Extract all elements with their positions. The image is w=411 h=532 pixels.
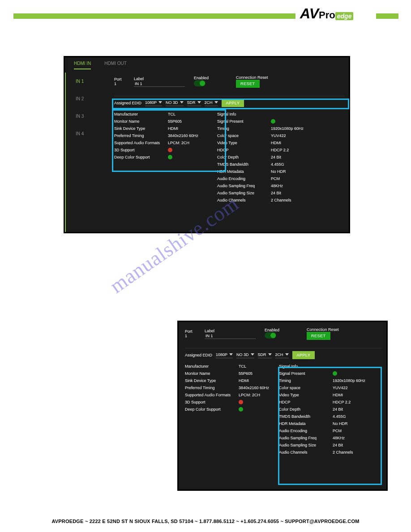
info-row: Audio Sampling Size24 Bit (217, 189, 334, 197)
info-key: Audio Encoding (279, 429, 333, 433)
apply-button[interactable]: APPLY (222, 99, 244, 107)
enabled-label: Enabled (194, 76, 230, 80)
edid-3d-dropdown[interactable]: NO 3D (236, 352, 254, 358)
info-key: TMDS Bandwidth (279, 414, 333, 419)
info-row: Sink Device TypeHDMI (114, 125, 213, 132)
info-value: 48KHz (271, 184, 283, 188)
info-key: Timing (217, 126, 271, 131)
sidebar-in3[interactable]: IN 3 (66, 107, 111, 125)
info-key: Color space (279, 386, 333, 390)
label-label: Label (205, 329, 258, 333)
caret-down-icon (214, 101, 218, 103)
connection-reset-label: Connection Reset (307, 327, 369, 332)
caret-down-icon (180, 101, 184, 103)
info-key: HDR Metadata (279, 421, 333, 426)
info-row: Color Depth24 Bit (279, 406, 377, 413)
info-row: Audio Channels2 Channels (279, 449, 377, 456)
info-value: HDMI (168, 126, 178, 131)
brand-logo: AVProedge (300, 5, 374, 24)
reset-button[interactable]: RESET (236, 80, 260, 88)
info-key: Audio Channels (279, 450, 333, 455)
info-row: Deep Color Support (114, 154, 213, 161)
info-row: Audio Sampling Size24 Bit (279, 442, 377, 449)
assigned-edid-label: Assigned EDID (114, 101, 141, 105)
info-key: Deep Color Support (114, 155, 168, 159)
status-dot-icon (239, 407, 243, 412)
sidebar-in2[interactable]: IN 2 (66, 90, 111, 107)
info-value: YUV422 (271, 133, 286, 138)
caret-down-icon (197, 101, 201, 103)
info-value: HDMI (333, 393, 343, 397)
info-row: Deep Color Support (185, 406, 274, 413)
info-key: Audio Sampling Freq (279, 436, 333, 440)
edid-hdr-dropdown[interactable]: SDR (258, 352, 272, 358)
tab-bar: HDMI IN HDMI OUT (65, 57, 349, 69)
edid-row: Assigned EDID 1080P NO 3D SDR 2CH APPLY (114, 96, 344, 107)
label-label: Label (134, 77, 188, 81)
info-row: HDR MetadataNo HDR (279, 420, 377, 427)
enabled-toggle[interactable] (194, 80, 206, 86)
edid-resolution-dropdown[interactable]: 1080P (145, 100, 162, 106)
info-value: 24 Bit (271, 191, 281, 195)
info-value: 1920x1080p 60Hz (333, 378, 365, 383)
edid-resolution-dropdown[interactable]: 1080P (216, 352, 233, 358)
port-header-row: Port1 Label Enabled Connection ResetRESE… (185, 327, 382, 340)
info-key: Video Type (217, 141, 271, 145)
info-value: 48KHz (333, 436, 345, 440)
info-value: HDCP 2.2 (333, 400, 351, 404)
header-accent-bar (13, 13, 295, 19)
logo-av: AV (300, 5, 319, 21)
info-value: No HDR (333, 421, 348, 426)
info-key: Supported Audio Formats (114, 141, 168, 145)
logo-pro: Pro (319, 9, 335, 21)
logo-edge: edge (335, 12, 354, 20)
info-row: Audio Sampling Freq48KHz (217, 182, 334, 189)
info-value: 4.455G (271, 162, 284, 167)
caret-down-icon (268, 353, 272, 356)
info-key: TMDS Bandwidth (217, 162, 271, 167)
info-value: 1920x1080p 60Hz (271, 126, 304, 131)
info-row: Audio Channels2 Channels (217, 197, 334, 204)
info-value: 24 Bit (271, 155, 281, 159)
info-row: Supported Audio FormatsLPCM: 2CH (114, 139, 213, 146)
reset-button[interactable]: RESET (307, 332, 330, 340)
apply-button[interactable]: APPLY (292, 351, 315, 359)
sink-info-column: ManufacturerTCLMonitor Name55P605Sink De… (185, 363, 274, 456)
edid-audio-dropdown[interactable]: 2CH (275, 352, 289, 358)
label-input[interactable] (134, 81, 185, 87)
status-dot-icon (168, 155, 172, 159)
info-key: Deep Color Support (185, 407, 239, 412)
enabled-toggle[interactable] (265, 332, 276, 339)
port-number: 1 (185, 334, 198, 338)
info-key: 3D Support (185, 400, 239, 404)
tab-hdmi-out[interactable]: HDMI OUT (104, 61, 126, 69)
caret-down-icon (229, 353, 233, 356)
port-label: Port (114, 77, 128, 82)
sink-info-column: ManufacturerTCLMonitor Name55P605Sink De… (114, 111, 213, 204)
screenshot-panel-2: Port1 Label Enabled Connection ResetRESE… (177, 321, 388, 491)
signal-info-title: Signal Info (217, 112, 271, 116)
port-number: 1 (114, 82, 128, 86)
sidebar-in4[interactable]: IN 4 (66, 125, 111, 142)
info-key: HDR Metadata (217, 169, 271, 174)
info-value: TCL (239, 364, 246, 369)
info-row: TMDS Bandwidth4.455G (279, 413, 377, 420)
info-key: Timing (279, 378, 333, 383)
info-value: LPCM: 2CH (239, 393, 260, 397)
sidebar-in1[interactable]: IN 1 (66, 73, 111, 90)
label-input[interactable] (205, 333, 256, 339)
edid-audio-dropdown[interactable]: 2CH (205, 100, 218, 106)
edid-hdr-dropdown[interactable]: SDR (187, 100, 201, 106)
tab-hdmi-in[interactable]: HDMI IN (74, 61, 91, 69)
edid-3d-dropdown[interactable]: NO 3D (166, 100, 184, 106)
info-row: Supported Audio FormatsLPCM: 2CH (185, 391, 274, 399)
info-value: PCM (333, 429, 342, 433)
info-key: Signal Present (279, 371, 333, 376)
info-key: Manufacturer (185, 364, 239, 369)
info-row: Audio Sampling Freq48KHz (279, 434, 377, 442)
info-key: Signal Present (217, 119, 271, 124)
screenshot-panel-1: HDMI IN HDMI OUT IN 1 IN 2 IN 3 IN 4 Por… (64, 56, 350, 233)
info-row: Sink Device TypeHDMI (185, 377, 274, 384)
info-value: 2 Channels (333, 450, 353, 455)
page-footer: AVPROEDGE ~ 2222 E 52ND ST N SIOUX FALLS… (0, 519, 411, 524)
